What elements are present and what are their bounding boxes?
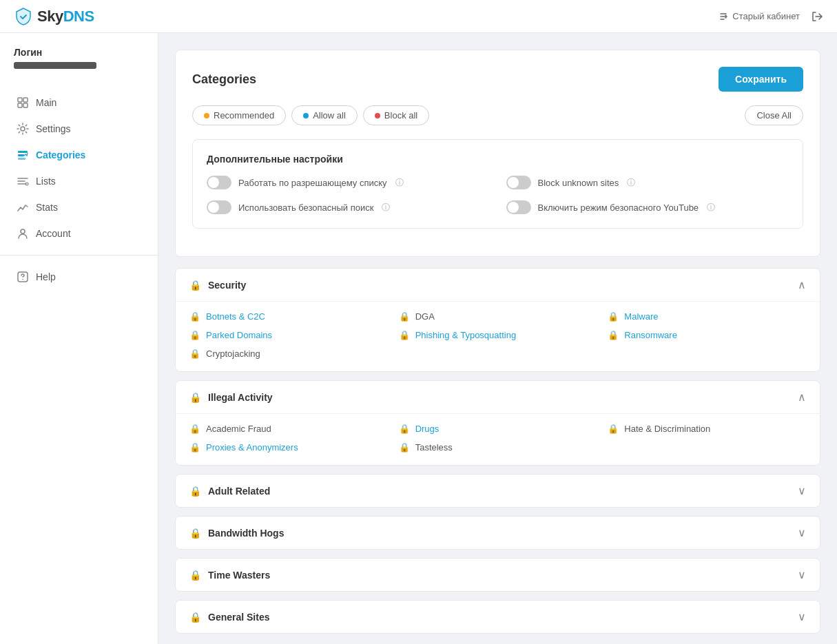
category-illegal-header-left: 🔒 Illegal Activity	[189, 392, 273, 403]
allowlist-toggle[interactable]	[207, 176, 231, 189]
categories-icon	[17, 149, 29, 161]
categories-header-card: Categories Сохранить Recommended Allow a…	[175, 50, 820, 257]
academic-label: Academic Fraud	[206, 424, 271, 434]
list-item: 🔒 Tasteless	[399, 442, 597, 453]
sidebar-item-categories[interactable]: Categories	[0, 142, 158, 168]
sidebar-item-lists[interactable]: Lists	[0, 168, 158, 194]
category-illegal-activity: 🔒 Illegal Activity ∧ 🔒 Academic Fraud 🔒	[175, 380, 820, 466]
categories-label: Categories	[36, 149, 85, 160]
recommended-label: Recommended	[214, 110, 274, 121]
account-label: Account	[36, 228, 71, 239]
category-security-header[interactable]: 🔒 Security ∧	[176, 269, 820, 301]
list-item[interactable]: 🔒 Botnets & C2C	[189, 311, 388, 322]
sidebar-item-account[interactable]: Account	[0, 220, 158, 247]
list-item[interactable]: 🔒 Proxies & Anonymizers	[189, 442, 388, 453]
list-item[interactable]: 🔒 Ransomware	[608, 330, 806, 340]
app: SkyDNS Старый кабинет Логин	[0, 0, 837, 644]
swap-icon	[718, 11, 729, 22]
svg-rect-1	[23, 98, 28, 102]
category-security: 🔒 Security ∧ 🔒 Botnets & C2C 🔒 DGA	[175, 268, 820, 372]
category-time-header[interactable]: 🔒 Time Wasters ∨	[176, 559, 820, 591]
block-unknown-label: Block unknown sites	[538, 178, 619, 188]
sidebar-login: Логин	[0, 47, 158, 83]
proxies-label: Proxies & Anonymizers	[206, 442, 298, 453]
list-item[interactable]: 🔒 Drugs	[399, 424, 597, 434]
help-icon	[17, 271, 29, 283]
safe-youtube-row: Включить режим безопасного YouTube ⓘ	[506, 200, 789, 214]
category-bandwidth-header[interactable]: 🔒 Bandwidth Hogs ∨	[176, 517, 820, 549]
list-item: 🔒 Cryptojacking	[189, 349, 388, 359]
category-adult-header[interactable]: 🔒 Adult Related ∨	[176, 475, 820, 507]
block-all-filter-button[interactable]: Block all	[363, 105, 429, 125]
safe-youtube-label: Включить режим безопасного YouTube	[538, 202, 699, 213]
allowlist-row: Работать по разрешающему списку ⓘ	[207, 176, 490, 189]
svg-rect-2	[18, 103, 22, 107]
bandwidth-chevron-icon: ∨	[798, 526, 806, 539]
category-general-header[interactable]: 🔒 General Sites ∨	[176, 601, 820, 633]
account-icon	[17, 227, 29, 240]
safe-search-info-icon[interactable]: ⓘ	[382, 202, 390, 214]
logout-icon[interactable]	[811, 10, 823, 23]
botnets-lock-icon: 🔒	[189, 311, 200, 322]
safe-search-row: Использовать безопасный поиск ⓘ	[207, 200, 490, 214]
list-item[interactable]: 🔒 Parked Domains	[189, 330, 388, 340]
crypto-label: Cryptojacking	[206, 349, 260, 359]
block-unknown-info-icon[interactable]: ⓘ	[627, 177, 635, 189]
allow-all-label: Allow all	[313, 110, 346, 121]
category-general-header-left: 🔒 General Sites	[189, 612, 270, 623]
settings-grid: Работать по разрешающему списку ⓘ Block …	[207, 176, 789, 214]
sidebar-item-stats[interactable]: Stats	[0, 194, 158, 220]
category-time-wasters: 🔒 Time Wasters ∨	[175, 558, 820, 592]
settings-label: Settings	[36, 123, 71, 134]
hate-lock-icon: 🔒	[608, 424, 619, 434]
recommended-dot	[204, 113, 209, 118]
sidebar-item-main[interactable]: Main	[0, 90, 158, 116]
illegal-chevron-icon: ∧	[798, 391, 806, 404]
illegal-items: 🔒 Academic Fraud 🔒 Drugs 🔒 Hate & Discri…	[189, 424, 806, 453]
security-name: Security	[208, 280, 246, 291]
category-security-body: 🔒 Botnets & C2C 🔒 DGA 🔒 Malware 🔒	[176, 301, 820, 371]
sidebar-item-settings[interactable]: Settings	[0, 116, 158, 142]
svg-rect-6	[18, 154, 24, 156]
list-item[interactable]: 🔒 Phishing & Typosquatting	[399, 330, 597, 340]
card-header: Categories Сохранить	[192, 67, 803, 92]
drugs-label: Drugs	[415, 424, 440, 434]
ransomware-lock-icon: 🔒	[608, 330, 619, 340]
time-name: Time Wasters	[208, 570, 270, 581]
malware-label: Malware	[624, 311, 658, 322]
category-illegal-header[interactable]: 🔒 Illegal Activity ∧	[176, 381, 820, 413]
academic-lock-icon: 🔒	[189, 424, 200, 434]
block-unknown-toggle[interactable]	[506, 176, 531, 189]
list-item[interactable]: 🔒 Malware	[608, 311, 806, 322]
main-icon	[17, 96, 29, 109]
save-button[interactable]: Сохранить	[719, 67, 803, 92]
recommended-filter-button[interactable]: Recommended	[192, 105, 286, 125]
sidebar-item-help[interactable]: Help	[0, 264, 158, 290]
content: Categories Сохранить Recommended Allow a…	[158, 33, 837, 644]
additional-settings: Дополнительные настройки Работать по раз…	[192, 139, 803, 229]
safe-youtube-toggle[interactable]	[506, 200, 531, 214]
login-bar	[14, 62, 96, 69]
topbar: SkyDNS Старый кабинет	[0, 0, 837, 33]
phishing-label: Phishing & Typosquatting	[415, 330, 516, 340]
sidebar-nav: Main Settings	[0, 83, 158, 297]
allow-all-filter-button[interactable]: Allow all	[291, 105, 358, 125]
safe-search-label: Использовать безопасный поиск	[238, 202, 373, 213]
list-item: 🔒 DGA	[399, 311, 597, 322]
security-chevron-icon: ∧	[798, 278, 806, 291]
safe-search-toggle[interactable]	[207, 200, 231, 214]
svg-point-9	[21, 229, 25, 233]
additional-settings-title: Дополнительные настройки	[207, 154, 789, 165]
safe-youtube-info-icon[interactable]: ⓘ	[707, 202, 715, 214]
login-label: Логин	[14, 47, 144, 58]
crypto-lock-icon: 🔒	[189, 349, 200, 359]
adult-name: Adult Related	[208, 486, 270, 497]
allowlist-info-icon[interactable]: ⓘ	[395, 177, 404, 189]
category-adult-header-left: 🔒 Adult Related	[189, 486, 270, 497]
close-all-button[interactable]: Close All	[745, 105, 803, 125]
old-cabinet-link[interactable]: Старый кабинет	[718, 11, 800, 22]
hate-label: Hate & Discrimination	[624, 424, 710, 434]
proxies-lock-icon: 🔒	[189, 442, 200, 453]
page-title: Categories	[192, 72, 256, 87]
general-chevron-icon: ∨	[798, 610, 806, 623]
